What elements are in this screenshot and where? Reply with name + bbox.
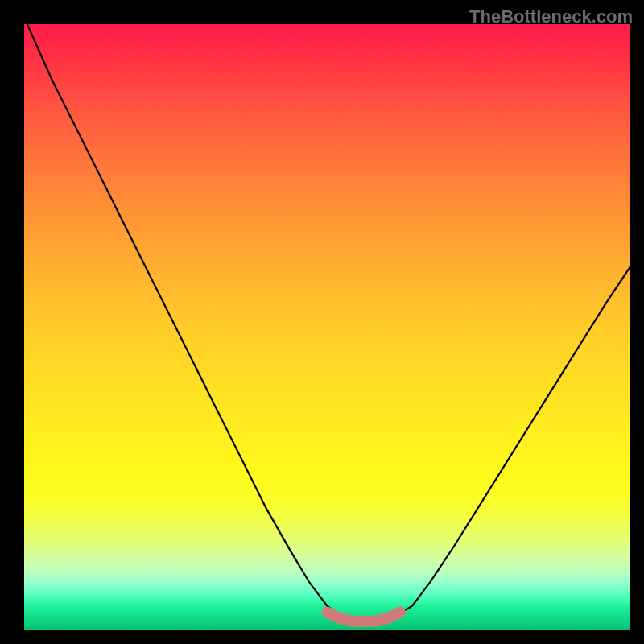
plot-area [24,24,630,630]
watermark-text: TheBottleneck.com [469,6,633,27]
bottleneck-curve [27,24,630,621]
minimum-band [328,612,400,621]
chart-svg [24,24,630,630]
